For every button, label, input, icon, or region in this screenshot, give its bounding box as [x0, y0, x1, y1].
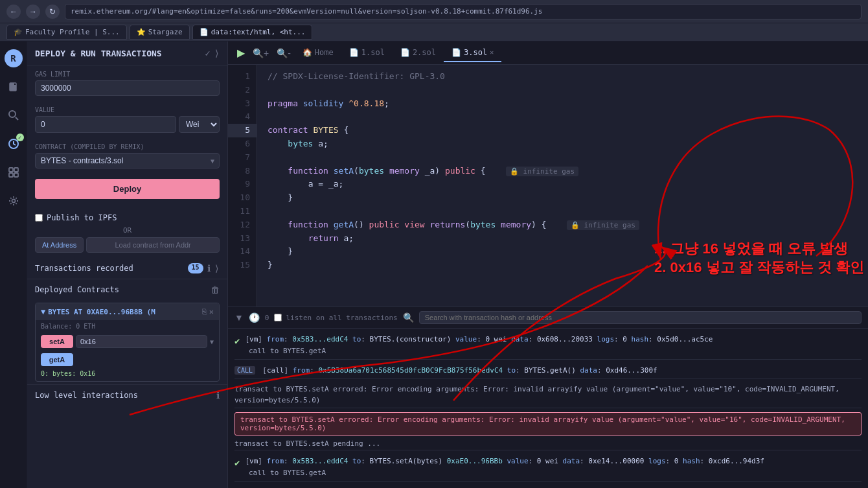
console-entry-3: transact to BYTES.setA errored: Error en…: [234, 382, 862, 408]
code-line-4: [268, 110, 858, 124]
ln-13: 13: [228, 232, 257, 246]
tx-info-icon[interactable]: ℹ: [207, 263, 211, 273]
copy-icon[interactable]: ⎘: [202, 307, 207, 316]
at-address-button[interactable]: At Address: [35, 237, 84, 253]
tab1-icon: 🎓: [14, 28, 23, 36]
close-instance-icon[interactable]: ✕: [209, 307, 214, 316]
sidebar-item-settings[interactable]: [3, 191, 24, 211]
wei-select[interactable]: Wei Gwei Ether: [179, 116, 220, 133]
seta-row: setA ▼: [36, 332, 219, 351]
tab2-icon: ⭐: [137, 28, 146, 36]
sidebar-item-deploy[interactable]: ✓: [3, 134, 24, 154]
3sol-close-icon[interactable]: ✕: [490, 49, 494, 56]
console-listen-row: listen on all transactions: [274, 314, 397, 322]
editor-tabs-bar: ▶ 🔍+ 🔍- 🏠 Home 📄 1.sol 📄 2.sol 📄 3.sol ✕: [228, 41, 868, 65]
balance-row: Balance: 0 ETH: [36, 320, 219, 332]
value-row: Wei Gwei Ether: [35, 116, 220, 133]
tx-icons: 15 ℹ ⟩: [188, 263, 220, 273]
forward-button[interactable]: →: [26, 5, 40, 19]
code-line-8: function setA(bytes memory _a) public { …: [268, 165, 858, 178]
annotation-line2: 2. 0x16 넣고 잘 작동하는 것 확인: [654, 259, 864, 277]
console-history-btn[interactable]: 🕐: [249, 312, 260, 323]
url-text: remix.ethereum.org/#lang=en&optimize=fal…: [71, 7, 542, 16]
seta-button[interactable]: setA: [41, 335, 73, 348]
browser-tab-3[interactable]: 📄 data:text/html, <ht...: [192, 25, 313, 40]
console-entry-success2: ✔ [vm] from: 0x5B3...eddC4 to: BYTES.set…: [234, 454, 862, 482]
console-search-btn[interactable]: 🔍: [403, 312, 414, 323]
2sol-label: 2.sol: [413, 48, 436, 57]
ln-6: 6: [228, 137, 257, 151]
reload-button[interactable]: ↻: [45, 5, 60, 19]
svg-rect-4: [14, 168, 18, 172]
zoom-in-button[interactable]: 🔍+: [249, 47, 273, 60]
browser-bar: ← → ↻ remix.ethereum.org/#lang=en&optimi…: [0, 0, 868, 23]
entry-1-sub-text: call to BYTES.getA: [249, 347, 326, 355]
deploy-btn-section: Deploy: [27, 174, 227, 204]
url-bar[interactable]: remix.ethereum.org/#lang=en&optimize=fal…: [65, 4, 862, 19]
contract-label: CONTRACT (Compiled by Remix): [35, 143, 220, 150]
browser-tab-1[interactable]: 🎓 Faculty Profile | S...: [6, 25, 127, 40]
contract-select[interactable]: BYTES - contracts/3.sol: [35, 153, 220, 168]
files-icon: [7, 80, 20, 93]
contract-name: BYTES AT 0XAE0...96B8B (M: [48, 308, 155, 316]
svg-rect-6: [14, 173, 18, 177]
sidebar-item-search[interactable]: [3, 105, 24, 126]
zoom-out-button[interactable]: 🔍-: [273, 47, 295, 60]
seta-input[interactable]: [76, 335, 207, 348]
console-collapse-btn[interactable]: ▼: [234, 312, 244, 323]
svg-point-1: [9, 111, 16, 117]
tab3-icon: 📄: [200, 28, 209, 36]
publish-section: Publish to IPFS OR At Address Load contr…: [27, 204, 227, 258]
tab-2sol[interactable]: 📄 2.sol: [393, 44, 444, 62]
pending-text: transact to BYTES.setA pending ...: [234, 438, 380, 449]
3sol-label: 3.sol: [464, 48, 487, 57]
check-icon[interactable]: ✓: [205, 48, 210, 58]
value-input[interactable]: [35, 116, 176, 133]
low-level-info-icon[interactable]: ℹ: [216, 390, 220, 401]
console-search-input[interactable]: [419, 311, 862, 324]
browser-tab-2[interactable]: ⭐ Stargaze: [130, 25, 190, 40]
icon-sidebar: R ✓: [0, 41, 27, 488]
gas-limit-input[interactable]: [35, 80, 220, 96]
entry-success2-text: [vm] from: 0x5B3...eddC4 to: BYTES.setA(…: [245, 456, 764, 467]
sidebar-item-plugin[interactable]: [3, 162, 24, 183]
back-button[interactable]: ←: [6, 5, 21, 19]
ln-8: 8: [228, 165, 257, 178]
error-text: transact to BYTES.setA errored: Error en…: [240, 415, 845, 432]
sidebar-item-files[interactable]: [3, 76, 24, 97]
seta-expand-icon[interactable]: ▼: [210, 338, 214, 345]
console-tx-count: 0: [265, 314, 269, 322]
tab-home[interactable]: 🏠 Home: [295, 44, 341, 62]
output-text: 0: bytes: 0x16: [36, 369, 219, 381]
expand-icon[interactable]: ⟩: [214, 48, 220, 58]
tx-expand-icon[interactable]: ⟩: [214, 263, 220, 273]
publish-checkbox[interactable]: [35, 214, 43, 222]
value-section: VALUE Wei Gwei Ether: [27, 101, 227, 138]
contract-instance: ▼ BYTES AT 0XAE0...96B8B (M ⎘ ✕ Balance:…: [35, 303, 220, 382]
publish-label: Publish to IPFS: [47, 213, 117, 222]
low-level-header: Low level interactions ℹ: [27, 384, 227, 406]
load-addr-button[interactable]: Load contract from Addr: [86, 237, 220, 253]
contract-section: CONTRACT (Compiled by Remix) BYTES - con…: [27, 138, 227, 174]
code-line-1: // SPDX-License-Identifier: GPL-3.0: [268, 70, 858, 84]
listen-checkbox[interactable]: [274, 314, 282, 321]
home-label: Home: [315, 48, 334, 57]
ln-4: 4: [228, 110, 257, 124]
geta-button[interactable]: getA: [41, 353, 73, 366]
entry-success2-row: ✔ [vm] from: 0x5B3...eddC4 to: BYTES.set…: [234, 456, 862, 468]
gas-section: GAS LIMIT: [27, 65, 227, 101]
transactions-title: Transactions recorded: [35, 264, 133, 273]
delete-all-icon[interactable]: 🗑: [211, 285, 220, 295]
code-line-5: contract BYTES {: [268, 124, 858, 137]
entry-success2-sub-text: call to BYTES.getA: [249, 469, 326, 477]
tab-1sol[interactable]: 📄 1.sol: [341, 44, 393, 62]
run-button[interactable]: ▶: [233, 45, 249, 60]
entry-1-row: ✔ [vm] from: 0x5B3...eddC4 to: BYTES.(co…: [234, 334, 862, 346]
code-line-11: [268, 205, 858, 218]
ln-3: 3: [228, 97, 257, 111]
collapse-icon[interactable]: ▼: [41, 307, 45, 316]
deployed-title: Deployed Contracts: [35, 285, 119, 294]
instance-icons: ⎘ ✕: [202, 307, 214, 316]
tab-3sol[interactable]: 📄 3.sol ✕: [444, 44, 501, 62]
deploy-button[interactable]: Deploy: [35, 179, 220, 199]
